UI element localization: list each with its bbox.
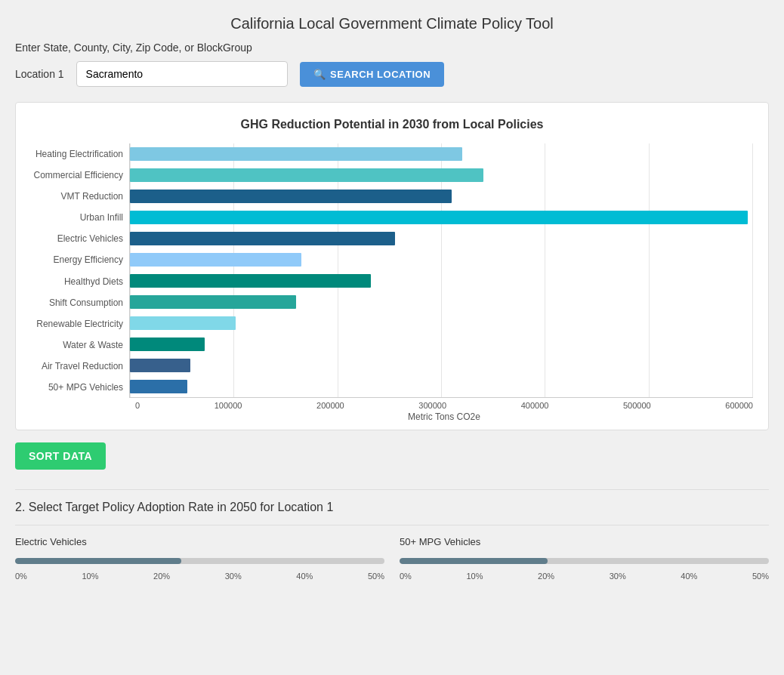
x-axis-tick: 600000 [725, 401, 753, 410]
sort-data-button[interactable]: SORT DATA [15, 442, 106, 470]
x-axis-title: Metric Tons CO2e [135, 411, 753, 422]
y-axis-label: Heating Electrification [31, 143, 123, 165]
slider-fill [15, 558, 181, 564]
slider-tick-labels: 0%10%20%30%40%50% [15, 572, 384, 581]
page-title: California Local Government Climate Poli… [15, 15, 769, 32]
bar-row [130, 355, 753, 376]
bar [130, 190, 452, 203]
slider-track-wrapper[interactable] [400, 553, 769, 569]
bar [130, 274, 371, 288]
slider-block: Electric Vehicles0%10%20%30%40%50% [15, 536, 384, 581]
bar [130, 232, 395, 245]
section-divider2 [15, 525, 769, 526]
bar [130, 147, 462, 161]
slider-block: 50+ MPG Vehicles0%10%20%30%40%50% [400, 536, 769, 581]
search-button-label: SEARCH LOCATION [330, 69, 431, 80]
chart-area: Heating ElectrificationCommercial Effici… [31, 143, 753, 398]
x-axis-tick: 300000 [418, 401, 446, 410]
slider-tick: 20% [538, 572, 554, 581]
slider-track [400, 558, 769, 564]
slider-tick: 0% [400, 572, 412, 581]
slider-tick: 30% [610, 572, 626, 581]
y-axis-label: Electric Vehicles [31, 228, 123, 249]
bar-row [130, 313, 753, 334]
section-divider [15, 489, 769, 490]
bar-row [130, 186, 753, 207]
slider-tick-labels: 0%10%20%30%40%50% [400, 572, 769, 581]
y-axis-label: Renewable Electricity [31, 313, 123, 334]
bar-row [130, 207, 753, 228]
bar [130, 295, 296, 309]
search-row: Location 1 🔍 SEARCH LOCATION [15, 61, 769, 87]
y-axis-label: Shift Consumption [31, 292, 123, 313]
slider-tick: 30% [225, 572, 242, 581]
chart-section: GHG Reduction Potential in 2030 from Loc… [15, 102, 769, 430]
bar-row [130, 143, 753, 165]
slider-track [15, 558, 384, 564]
x-axis-tick: 100000 [215, 401, 242, 410]
bars-area [129, 143, 753, 398]
y-axis-label: Water & Waste [31, 334, 123, 356]
slider-tick: 50% [752, 572, 769, 581]
x-axis-tick: 200000 [316, 401, 344, 410]
section2-heading: 2. Select Target Policy Adoption Rate in… [15, 501, 769, 514]
bar [130, 211, 748, 224]
bar [130, 338, 205, 351]
slider-tick: 50% [368, 572, 384, 581]
bar [130, 380, 187, 393]
slider-fill [400, 558, 548, 564]
search-input[interactable] [76, 61, 288, 87]
slider-label: 50+ MPG Vehicles [400, 536, 769, 547]
bar-row [130, 228, 753, 249]
y-axis-label: Commercial Efficiency [31, 165, 123, 186]
slider-tick: 0% [15, 572, 27, 581]
x-axis-tick: 500000 [623, 401, 651, 410]
bar-row [130, 291, 753, 313]
bar-row [130, 249, 753, 270]
location-label: Location 1 [15, 68, 64, 80]
slider-label: Electric Vehicles [15, 536, 384, 547]
sliders-section: Electric Vehicles0%10%20%30%40%50%50+ MP… [15, 536, 769, 581]
slider-tick: 10% [82, 572, 98, 581]
y-axis-labels: Heating ElectrificationCommercial Effici… [31, 143, 129, 398]
search-icon: 🔍 [313, 69, 326, 80]
slider-tick: 40% [681, 572, 697, 581]
bar-row [130, 334, 753, 355]
slider-tick: 10% [466, 572, 483, 581]
slider-tick: 20% [153, 572, 170, 581]
y-axis-label: Air Travel Reduction [31, 356, 123, 377]
x-axis-tick: 400000 [521, 401, 549, 410]
y-axis-label: Healthyd Diets [31, 271, 123, 292]
search-location-button[interactable]: 🔍 SEARCH LOCATION [300, 62, 444, 87]
bar [130, 253, 301, 267]
y-axis-label: 50+ MPG Vehicles [31, 377, 123, 398]
slider-tick: 40% [296, 572, 313, 581]
bar [130, 316, 236, 330]
subtitle: Enter State, County, City, Zip Code, or … [15, 42, 769, 54]
bar [130, 168, 483, 182]
y-axis-label: Energy Efficiency [31, 249, 123, 270]
chart-title: GHG Reduction Potential in 2030 from Loc… [31, 118, 753, 131]
y-axis-label: Urban Infill [31, 207, 123, 228]
bar-row [130, 376, 753, 397]
bar-row [130, 165, 753, 186]
x-axis-tick: 0 [135, 401, 140, 410]
x-axis-labels: 0100000200000300000400000500000600000 [135, 401, 753, 410]
slider-track-wrapper[interactable] [15, 553, 384, 569]
y-axis-label: VMT Reduction [31, 186, 123, 207]
bar-row [130, 270, 753, 291]
bar [130, 359, 190, 372]
